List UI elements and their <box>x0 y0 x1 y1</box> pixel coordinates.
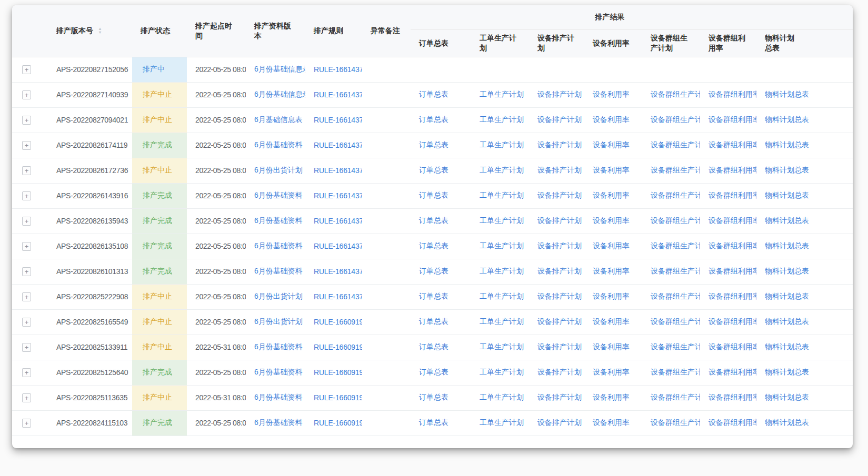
result-link[interactable]: 设备群组生产计划 <box>651 191 700 199</box>
result-link[interactable]: 工单生产计划 <box>480 216 524 225</box>
result-link[interactable]: 物料计划总表 <box>765 90 809 98</box>
data-version-link[interactable]: 6月份基础资料 <box>254 241 303 250</box>
result-link[interactable]: 订单总表 <box>419 368 448 376</box>
result-link[interactable]: 订单总表 <box>419 115 448 124</box>
result-link[interactable]: 设备群组利用率 <box>709 191 756 199</box>
result-link[interactable]: 物料计划总表 <box>765 317 809 326</box>
result-link[interactable]: 设备排产计划 <box>537 241 582 250</box>
rule-link[interactable]: RULE-166143771 <box>314 191 362 200</box>
result-link[interactable]: 设备群组利用率 <box>709 267 756 275</box>
result-link[interactable]: 设备利用率 <box>593 393 630 401</box>
result-link[interactable]: 设备排产计划 <box>537 140 582 149</box>
result-link[interactable]: 订单总表 <box>419 191 448 199</box>
result-link[interactable]: 设备利用率 <box>593 90 630 98</box>
result-link[interactable]: 订单总表 <box>419 166 448 174</box>
result-link[interactable]: 物料计划总表 <box>765 216 809 225</box>
result-link[interactable]: 设备排产计划 <box>537 267 582 275</box>
data-version-link[interactable]: 6月份基础资料 <box>254 368 303 376</box>
result-link[interactable]: 设备群组生产计划 <box>651 166 700 174</box>
rule-link[interactable]: RULE-166143771 <box>314 65 362 74</box>
rule-link[interactable]: RULE-166091998 <box>314 393 362 402</box>
result-link[interactable]: 设备群组利用率 <box>709 140 756 149</box>
data-version-link[interactable]: 6月份基础资料 <box>254 216 303 225</box>
result-link[interactable]: 设备利用率 <box>593 140 630 149</box>
rule-link[interactable]: RULE-166143771 <box>314 292 362 301</box>
result-link[interactable]: 设备利用率 <box>593 267 630 275</box>
rule-link[interactable]: RULE-166143771 <box>314 166 362 175</box>
result-link[interactable]: 设备排产计划 <box>537 90 582 98</box>
data-version-link[interactable]: 6月份基础资料 <box>254 191 303 199</box>
result-link[interactable]: 物料计划总表 <box>765 368 809 376</box>
result-link[interactable]: 物料计划总表 <box>765 393 809 401</box>
result-link[interactable]: 设备群组生产计划 <box>651 241 700 250</box>
expand-row-icon[interactable]: + <box>22 292 31 301</box>
result-link[interactable]: 设备群组生产计划 <box>651 90 700 98</box>
result-link[interactable]: 订单总表 <box>419 267 448 275</box>
result-link[interactable]: 设备利用率 <box>593 166 630 174</box>
result-link[interactable]: 设备利用率 <box>593 191 630 199</box>
rule-link[interactable]: RULE-166143771 <box>314 116 362 124</box>
expand-row-icon[interactable]: + <box>22 267 31 276</box>
result-link[interactable]: 订单总表 <box>419 140 448 149</box>
data-version-link[interactable]: 6月份基础资料 <box>254 418 303 427</box>
expand-row-icon[interactable]: + <box>22 141 31 150</box>
result-link[interactable]: 物料计划总表 <box>765 191 809 199</box>
result-link[interactable]: 工单生产计划 <box>480 115 524 124</box>
result-link[interactable]: 订单总表 <box>419 292 448 300</box>
result-link[interactable]: 工单生产计划 <box>480 393 524 401</box>
expand-row-icon[interactable]: + <box>22 318 31 327</box>
expand-row-icon[interactable]: + <box>22 217 31 226</box>
result-link[interactable]: 设备群组利用率 <box>709 418 756 427</box>
expand-row-icon[interactable]: + <box>22 90 31 99</box>
expand-row-icon[interactable]: + <box>22 343 31 352</box>
result-link[interactable]: 设备群组利用率 <box>709 317 756 326</box>
result-link[interactable]: 设备排产计划 <box>537 393 582 401</box>
data-version-link[interactable]: 6月份基础资料 <box>254 267 303 275</box>
rule-link[interactable]: RULE-166143771 <box>314 242 362 250</box>
result-link[interactable]: 设备利用率 <box>593 292 630 300</box>
expand-row-icon[interactable]: + <box>22 419 31 428</box>
result-link[interactable]: 工单生产计划 <box>480 342 524 351</box>
result-link[interactable]: 订单总表 <box>419 418 448 427</box>
expand-row-icon[interactable]: + <box>22 191 31 200</box>
result-link[interactable]: 订单总表 <box>419 393 448 401</box>
result-link[interactable]: 订单总表 <box>419 342 448 351</box>
result-link[interactable]: 设备群组生产计划 <box>651 317 700 326</box>
rule-link[interactable]: RULE-166091998 <box>314 368 362 377</box>
result-link[interactable]: 设备利用率 <box>593 342 630 351</box>
result-link[interactable]: 订单总表 <box>419 241 448 250</box>
result-link[interactable]: 设备群组生产计划 <box>651 418 700 427</box>
result-link[interactable]: 设备群组利用率 <box>709 241 756 250</box>
result-link[interactable]: 设备利用率 <box>593 216 630 225</box>
data-version-link[interactable]: 6月份基础信息录 <box>254 65 305 73</box>
result-link[interactable]: 工单生产计划 <box>480 140 524 149</box>
data-version-link[interactable]: 6月基础信息表 <box>254 115 303 124</box>
rule-link[interactable]: RULE-166143771 <box>314 267 362 276</box>
data-version-link[interactable]: 6月份出货计划 <box>254 317 303 326</box>
rule-link[interactable]: RULE-166143771 <box>314 141 362 149</box>
result-link[interactable]: 设备排产计划 <box>537 191 582 199</box>
data-version-link[interactable]: 6月份基础资料 <box>254 393 303 401</box>
result-link[interactable]: 设备排产计划 <box>537 368 582 376</box>
result-link[interactable]: 设备群组利用率 <box>709 216 756 225</box>
rule-link[interactable]: RULE-166091998 <box>314 343 362 351</box>
result-link[interactable]: 设备排产计划 <box>537 292 582 300</box>
result-link[interactable]: 设备排产计划 <box>537 166 582 174</box>
rule-link[interactable]: RULE-166143771 <box>314 90 362 99</box>
result-link[interactable]: 设备群组利用率 <box>709 166 756 174</box>
sort-descending-icon[interactable]: ▼ <box>98 31 102 34</box>
result-link[interactable]: 订单总表 <box>419 90 448 98</box>
result-link[interactable]: 设备群组生产计划 <box>651 342 700 351</box>
result-link[interactable]: 设备排产计划 <box>537 317 582 326</box>
result-link[interactable]: 物料计划总表 <box>765 241 809 250</box>
result-link[interactable]: 工单生产计划 <box>480 368 524 376</box>
result-link[interactable]: 设备群组利用率 <box>709 115 756 124</box>
result-link[interactable]: 设备群组生产计划 <box>651 267 700 275</box>
rule-link[interactable]: RULE-166091998 <box>314 318 362 326</box>
result-link[interactable]: 工单生产计划 <box>480 90 524 98</box>
result-link[interactable]: 工单生产计划 <box>480 267 524 275</box>
result-link[interactable]: 工单生产计划 <box>480 317 524 326</box>
result-link[interactable]: 设备利用率 <box>593 241 630 250</box>
result-link[interactable]: 工单生产计划 <box>480 241 524 250</box>
expand-row-icon[interactable]: + <box>22 65 31 74</box>
